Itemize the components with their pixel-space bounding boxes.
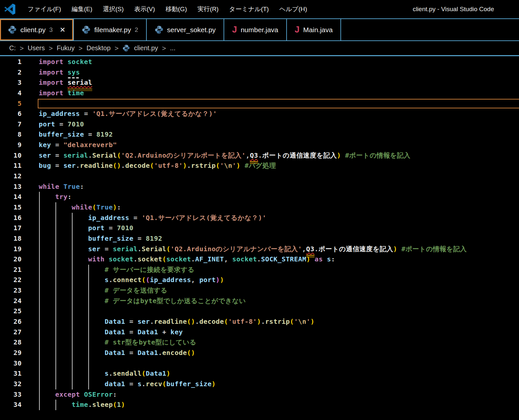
code-line[interactable]: 4import time [0, 88, 519, 99]
line-number[interactable]: 14 [0, 192, 22, 202]
code-line[interactable]: 11bug = ser.readline().decode('utf-8').r… [0, 161, 519, 171]
menu-item-0[interactable]: ファイル(F) [22, 5, 66, 13]
code-line[interactable]: 9key = "delaxreverb" [0, 140, 519, 150]
line-number[interactable]: 30 [0, 358, 22, 369]
line-number[interactable]: 29 [0, 348, 22, 358]
line-number[interactable]: 26 [0, 317, 22, 327]
line-number[interactable]: 10 [0, 150, 22, 161]
line-number[interactable]: 6 [0, 109, 22, 119]
line-number[interactable]: 9 [0, 140, 22, 150]
code-line[interactable]: 12 [0, 171, 519, 182]
line-number[interactable]: 8 [0, 129, 22, 140]
code-line[interactable]: 19 ser = serial.Serial('Q2.Arduinoのシリアルナ… [0, 244, 519, 254]
line-number[interactable]: 24 [0, 296, 22, 306]
menu-item-2[interactable]: 選択(S) [97, 5, 129, 13]
menu-item-6[interactable]: ターミナル(T) [224, 5, 274, 13]
breadcrumb-file[interactable]: client.py [134, 44, 158, 52]
line-number[interactable]: 16 [0, 213, 22, 223]
code-line[interactable]: 20 with socket.socket(socket.AF_INET, so… [0, 254, 519, 265]
code-line[interactable]: 29 Data1 = Data1.encode() [0, 348, 519, 358]
code-line[interactable]: 21 # サーバーに接続を要求する [0, 265, 519, 275]
line-number[interactable]: 31 [0, 368, 22, 379]
code-line[interactable]: 31 s.sendall(Data1) [0, 368, 519, 379]
code-line[interactable]: 32 data1 = s.recv(buffer_size) [0, 379, 519, 389]
line-number[interactable]: 15 [0, 202, 22, 213]
menu-item-3[interactable]: 表示(V) [129, 5, 160, 13]
breadcrumb-tail[interactable]: ... [170, 44, 176, 52]
code-line[interactable]: 3import serial [0, 77, 519, 88]
code-line[interactable]: 18 buffer_size = 8192 [0, 233, 519, 244]
code-line[interactable]: 24 # データはbyte型でしか送ることができない [0, 296, 519, 306]
code-line[interactable]: 7port = 7010 [0, 119, 519, 130]
menu-item-1[interactable]: 編集(E) [66, 5, 97, 13]
code-line[interactable]: 33 except OSError: [0, 389, 519, 400]
menu-item-7[interactable]: ヘルプ(H) [274, 5, 313, 13]
code-line[interactable]: 5 [0, 99, 519, 109]
tab-server-soket-py[interactable]: server_soket.py [147, 19, 224, 40]
breadcrumb-segment[interactable]: Desktop [87, 44, 111, 52]
close-icon[interactable]: ✕ [60, 26, 66, 34]
line-number[interactable]: 22 [0, 275, 22, 285]
line-number[interactable]: 19 [0, 244, 22, 254]
code-token: ポートの通信速度を記入 [262, 151, 337, 159]
code-line[interactable]: 16 ip_address = 'Q1.サーバアドレス(覚えてるかな？)' [0, 213, 519, 223]
code-token: socket [68, 58, 92, 66]
code-line[interactable]: 28 # str型をbyte型にしている [0, 337, 519, 348]
code-line[interactable]: 34 time.sleep(1) [0, 400, 519, 410]
line-number[interactable]: 23 [0, 285, 22, 296]
line-number[interactable]: 20 [0, 254, 22, 265]
code-line[interactable]: 17 port = 7010 [0, 223, 519, 233]
line-number[interactable]: 13 [0, 182, 22, 192]
tab-filemaker-py[interactable]: filemaker.py2 [74, 19, 147, 40]
line-number[interactable]: 25 [0, 306, 22, 317]
line-number[interactable]: 18 [0, 233, 22, 244]
tab-number-java[interactable]: Jnumber.java [224, 19, 287, 40]
breadcrumb-segment[interactable]: C: [9, 44, 16, 52]
code-editor[interactable]: 1import socket2import sys3import serial4… [0, 56, 519, 410]
indent-guide-icon [39, 379, 40, 389]
code-line[interactable]: 8buffer_size = 8192 [0, 129, 519, 140]
line-number[interactable]: 33 [0, 389, 22, 400]
breadcrumb-segment[interactable]: Fukuy [57, 44, 75, 52]
code-line[interactable]: 6ip_address = 'Q1.サーバアドレス(覚えてるかな？)' [0, 109, 519, 119]
indent-guide-icon [88, 327, 89, 338]
code-token: . [138, 245, 142, 253]
tab-client-py[interactable]: client.py3✕ [0, 19, 74, 40]
code-line[interactable]: 27 Data1 = Data1 + key [0, 327, 519, 338]
line-number[interactable]: 7 [0, 119, 22, 130]
menu-item-5[interactable]: 実行(R) [192, 5, 224, 13]
line-number[interactable]: 4 [0, 88, 22, 99]
line-number[interactable]: 28 [0, 337, 22, 348]
code-line[interactable]: 22 s.connect((ip_address, port)) [0, 275, 519, 285]
line-number[interactable]: 32 [0, 379, 22, 389]
tab-main-java[interactable]: JMain.java [287, 19, 341, 40]
code-line[interactable]: 26 Data1 = ser.readline().decode('utf-8'… [0, 317, 519, 327]
code-line[interactable]: 2import sys [0, 67, 519, 78]
code-line[interactable]: 14 try: [0, 192, 519, 202]
line-number[interactable]: 11 [0, 161, 22, 171]
line-number[interactable]: 21 [0, 265, 22, 275]
line-number[interactable]: 1 [0, 57, 22, 67]
code-line[interactable]: 23 # データを送信する [0, 285, 519, 296]
code-line[interactable]: 25 [0, 306, 519, 317]
code-token: . [257, 255, 261, 263]
line-number[interactable]: 27 [0, 327, 22, 338]
line-number[interactable]: 17 [0, 223, 22, 233]
code-line[interactable]: 1import socket [0, 57, 519, 67]
code-token: serial [113, 245, 138, 253]
code-line[interactable]: 10ser = serial.Serial('Q2.Arduinoのシリアルポー… [0, 150, 519, 161]
line-number[interactable]: 34 [0, 400, 22, 410]
menu-item-4[interactable]: 移動(G) [160, 5, 192, 13]
code-line[interactable]: 13while True: [0, 182, 519, 192]
code-line[interactable]: 30 [0, 358, 519, 369]
line-number[interactable]: 12 [0, 171, 22, 182]
line-number[interactable]: 3 [0, 77, 22, 88]
code-line[interactable]: 15 while(True): [0, 202, 519, 213]
indent-guide-icon [88, 296, 89, 306]
code-token: bug [39, 162, 51, 169]
line-number[interactable]: 2 [0, 67, 22, 78]
indent-guide-icon [88, 285, 89, 296]
line-number[interactable]: 5 [0, 99, 22, 109]
tab-label: client.py [20, 26, 46, 34]
breadcrumb-segment[interactable]: Users [28, 44, 45, 52]
